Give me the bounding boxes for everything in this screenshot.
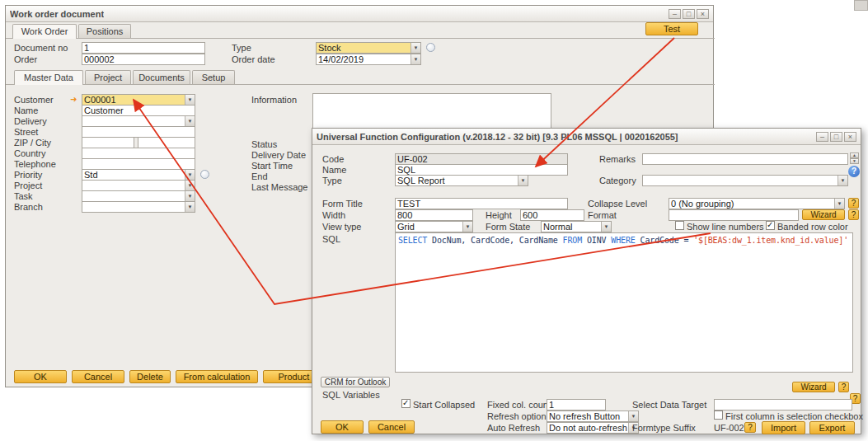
height-label: Height [486,210,512,220]
task-select[interactable] [82,190,195,202]
height-field[interactable]: 600 [520,209,584,221]
end-label: End [251,171,268,181]
spinner-down-icon[interactable] [850,158,859,164]
ok-button[interactable]: OK [14,370,67,383]
priority-select[interactable]: Std [82,169,195,181]
window-title: Universal Function Configuration (v.2018… [317,132,678,142]
sql-keyword: WHERE [611,236,640,245]
minimize-icon[interactable]: – [669,9,681,19]
subtab-setup[interactable]: Setup [192,70,235,84]
name-field[interactable]: Customer [82,105,195,116]
cancel-button[interactable]: Cancel [72,370,124,383]
refresh-option-select[interactable]: No refresh Button [547,411,639,422]
name-label: Name [322,165,346,175]
crm-for-outlook-button[interactable]: CRM for Outlook [321,377,390,387]
project-label: Project [14,181,42,190]
fixed-col-count-label: Fixed col. count [487,400,551,410]
view-type-label: View type [322,222,362,232]
select-data-target-field[interactable] [714,399,852,411]
maximize-icon[interactable]: □ [830,132,842,142]
subtab-documents[interactable]: Documents [133,70,190,84]
customer-label: Customer [14,95,54,105]
country-field[interactable] [82,148,195,159]
order-date-label: Order date [232,54,275,64]
order-field[interactable]: 000002 [82,54,205,65]
type-label: Type [232,43,251,53]
priority-info-icon[interactable] [200,170,209,179]
zip-field[interactable] [82,137,134,148]
width-field[interactable]: 800 [395,209,473,221]
close-icon[interactable]: × [844,132,856,142]
form-title-field[interactable]: TEST [395,198,568,209]
order-label: Order [14,54,37,64]
format-wizard-button[interactable]: Wizard [802,209,845,220]
start-time-label: Start Time [251,161,293,171]
order-date-select[interactable]: 14/02/2019 [316,54,421,65]
branch-label: Branch [14,202,43,212]
first-column-selection-checkbox[interactable] [714,411,723,420]
link-arrow-icon[interactable] [70,95,77,104]
fixed-col-count-field[interactable]: 1 [547,399,606,411]
sql-variables-wizard-button[interactable]: Wizard [792,382,835,392]
collapse-level-select[interactable]: 0 (No grouping) [669,198,845,209]
collapse-level-label: Collapse Level [588,199,647,209]
street-label: Street [14,127,38,137]
tab-positions[interactable]: Positions [78,24,131,38]
delete-button[interactable]: Delete [129,370,171,383]
test-button[interactable]: Test [645,22,698,35]
start-collapsed-checkbox[interactable] [401,399,411,408]
uf-titlebar: Universal Function Configuration (v.2018… [312,129,861,145]
minimize-icon[interactable]: – [816,132,828,142]
category-select[interactable] [642,175,848,186]
maximize-icon[interactable]: □ [683,9,695,19]
show-line-numbers-checkbox[interactable] [675,221,684,230]
universal-function-window: Universal Function Configuration (v.2018… [312,128,861,434]
street-field[interactable] [82,126,195,138]
customer-select[interactable]: C00001 [82,94,195,106]
uf-cancel-button[interactable]: Cancel [368,420,415,434]
project-select[interactable] [82,180,195,191]
from-calculation-button[interactable]: From calculation [176,370,258,383]
desktop-background: Work order document – □ × Work Order Pos… [0,0,868,441]
sql-condition: CardCode = [640,236,694,245]
formtype-suffix-help-button[interactable]: ? [744,422,756,433]
auto-refresh-label: Auto Refresh [487,423,540,433]
view-type-select[interactable]: Grid [395,221,473,232]
collapse-level-help-button[interactable]: ? [848,198,859,209]
name-field[interactable]: SQL [395,164,568,176]
sql-variables-help-button[interactable]: ? [838,382,849,392]
telephone-field[interactable] [82,158,195,170]
import-button[interactable]: Import [762,421,805,434]
customer-value: C00001 [84,95,184,105]
export-button[interactable]: Export [809,421,855,434]
spinner-up-icon[interactable] [850,152,859,158]
remarks-field[interactable] [642,153,848,165]
formtype-suffix-value: UF-002 [714,423,744,433]
auto-refresh-select[interactable]: Do not auto-refresh [547,422,639,434]
tab-work-order[interactable]: Work Order [12,24,77,39]
refresh-option-label: Refresh option [487,411,547,421]
subtab-master-data[interactable]: Master Data [14,70,83,85]
format-help-button[interactable]: ? [848,209,859,220]
form-state-select[interactable]: Normal [541,221,612,232]
type-info-icon[interactable] [426,43,435,52]
format-field[interactable] [669,209,799,221]
type-select[interactable]: Stock [316,42,421,54]
sql-beas-variable-string: '$[BEAS:dw_1.item.knd_id.value]' [693,236,848,245]
sql-editor[interactable]: SELECT DocNum, CardCode, CardName FROM O… [395,232,853,373]
banded-row-color-checkbox[interactable] [766,221,775,230]
priority-label: Priority [14,170,42,180]
branch-select[interactable] [82,201,195,213]
close-icon[interactable]: × [697,9,709,19]
city-field[interactable] [138,137,195,148]
last-message-label: Last Message [251,182,307,192]
subtab-project[interactable]: Project [85,70,131,84]
delivery-select[interactable] [82,115,195,127]
task-label: Task [14,191,33,201]
document-no-field[interactable]: 1 [82,42,205,54]
uf-ok-button[interactable]: OK [321,420,364,434]
name-label: Name [14,106,38,115]
help-icon[interactable]: ? [848,166,860,177]
information-label: Information [251,95,297,105]
uf-type-select[interactable]: SQL Report [395,175,528,186]
